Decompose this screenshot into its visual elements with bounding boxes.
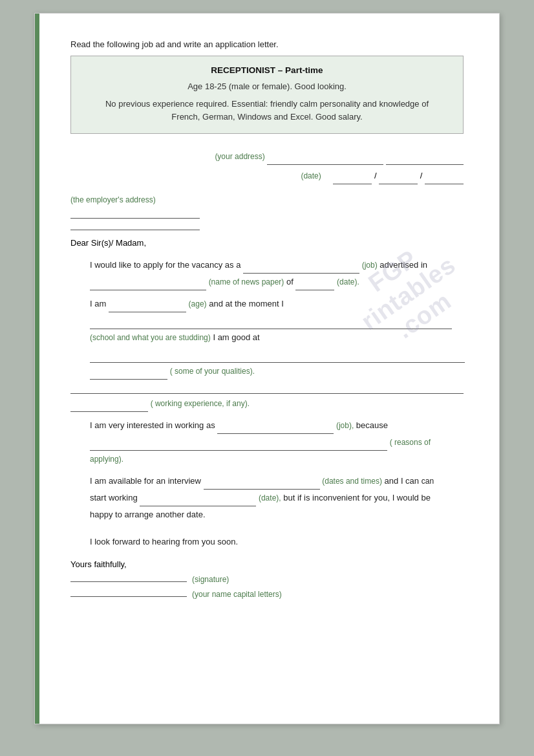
para4: I am very interested in working as (job)…	[70, 417, 464, 468]
para1-of: of	[286, 277, 294, 286]
para2-school-hint: (school and what you are studding)	[90, 333, 211, 342]
signature-line: (signature)	[70, 573, 464, 584]
yours-label: Yours faithfully,	[70, 559, 127, 569]
date-block: (date) / /	[70, 167, 464, 184]
para5-but: but if is inconvenient for you, I would …	[283, 493, 431, 502]
para1-part2: advertised in	[379, 260, 427, 270]
sig-hint: (signature)	[192, 575, 229, 584]
instruction: Read the following job ad and write an a…	[70, 39, 464, 49]
para5-date-field[interactable]	[140, 497, 256, 506]
para1: I would like to apply for the vacancy as…	[70, 257, 464, 290]
para4-interested: I am very interested in working as	[90, 420, 215, 430]
para1-newspaper-field[interactable]	[90, 281, 206, 290]
para3-exp-line1[interactable]	[70, 385, 464, 394]
your-address-line2[interactable]	[386, 156, 464, 165]
para2: I am (age) and at the moment I (school a…	[70, 296, 464, 380]
your-address-hint: (your address)	[215, 152, 264, 161]
date-line2[interactable]	[379, 175, 418, 184]
address-block: (your address)	[70, 148, 464, 165]
date-line[interactable]	[333, 175, 372, 184]
para3-work-hint: ( working experience, if any).	[151, 399, 250, 408]
para1-newspaper-hint: (name of news paper)	[209, 277, 284, 286]
name-hint: (your name capital letters)	[192, 590, 282, 599]
name-line: (your name capital letters)	[70, 588, 464, 599]
name-field[interactable]	[70, 588, 187, 597]
closing-line: I look forward to hearing from you soon.	[70, 534, 464, 550]
para2-age-field[interactable]	[109, 303, 186, 312]
para5-available: I am available for an interview	[90, 476, 201, 486]
para2-iam: I am	[90, 299, 106, 308]
left-border-decoration	[35, 14, 39, 724]
para5-dates-hint: (dates and times)	[322, 477, 382, 486]
para1-date-field[interactable]	[295, 281, 334, 290]
salutation: Dear Sir(s)/ Madam,	[70, 238, 464, 248]
para3-exp-field[interactable]	[70, 403, 148, 412]
para4-job-hint: (job),	[336, 421, 354, 430]
para2-school-field1[interactable]	[90, 320, 452, 329]
job-ad-desc: No previous experience required. Essenti…	[84, 98, 450, 123]
employer-address-hint: (the employer's address)	[70, 195, 156, 204]
employer-address-block: (the employer's address)	[70, 191, 464, 230]
job-ad-box: RECEPTIONIST – Part-time Age 18-25 (male…	[70, 56, 464, 134]
para5-dates-field[interactable]	[204, 481, 320, 490]
para2-qualities-field1[interactable]	[90, 354, 465, 363]
para2-qualities-field2[interactable]	[90, 371, 167, 380]
para5-start: start working	[90, 493, 138, 502]
para1-job-hint: (job)	[362, 261, 378, 270]
employer-line1[interactable]	[70, 210, 200, 219]
para2-and: and at the moment I	[209, 299, 284, 308]
job-ad-title: RECEPTIONIST – Part-time	[84, 65, 450, 75]
job-ad-age: Age 18-25 (male or female). Good looking…	[84, 81, 450, 91]
para4-because: because	[356, 420, 388, 430]
para1-part1: I would like to apply for the vacancy as…	[90, 260, 240, 270]
para4-job-field[interactable]	[217, 425, 334, 434]
employer-line2[interactable]	[70, 221, 200, 230]
para5-date-hint: (date),	[259, 493, 281, 502]
para1-date-hint: (date).	[337, 277, 359, 286]
date-line3[interactable]	[425, 175, 464, 184]
letter-section: (your address) (date) / / (the employer'…	[70, 148, 464, 599]
para3: ( working experience, if any).	[70, 385, 464, 412]
para1-job-field[interactable]	[243, 265, 359, 274]
para5-and: and I can	[385, 476, 420, 486]
para4-reasons-field[interactable]	[90, 442, 387, 451]
yours-faithfully: Yours faithfully,	[70, 559, 464, 569]
date-hint: (date)	[301, 171, 321, 180]
para2-age-hint: (age)	[189, 299, 207, 308]
signature-field[interactable]	[70, 573, 187, 582]
para2-good: I am good at	[213, 332, 259, 342]
para5: I am available for an interview (dates a…	[70, 473, 464, 523]
can-text: can	[422, 477, 434, 486]
page: FGPrintables.com Read the following job …	[34, 13, 500, 724]
para2-qualities-hint: ( some of your qualities).	[170, 367, 255, 376]
para5-happy: happy to arrange another date.	[90, 510, 206, 519]
closing-section: I look forward to hearing from you soon.…	[70, 534, 464, 599]
your-address-line1[interactable]	[267, 156, 383, 165]
